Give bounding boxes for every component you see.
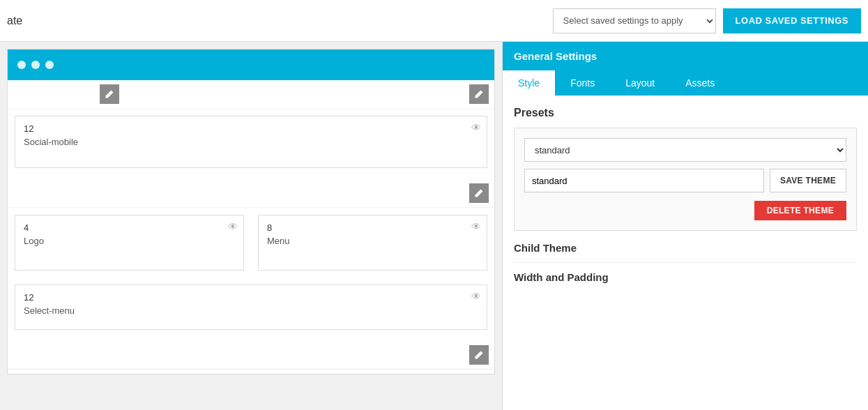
section-edit-row-2 [8,179,494,208]
widget-card-select-menu: 👁 12 Select-menu [15,284,487,330]
eye-icon-select-menu[interactable]: 👁 [471,291,481,302]
edit-icon-btn-left[interactable] [100,84,119,104]
tabs-bar: Style Fonts Layout Assets [503,70,868,96]
edit-icon-btn-right-2[interactable] [469,183,489,203]
section-edit-row-3 [8,341,494,370]
eye-icon-social[interactable]: 👁 [471,122,481,133]
widget-row-3: 👁 12 Select-menu [8,278,494,337]
panel-header: General Settings [503,42,868,70]
top-bar: ate Select saved settings to apply LOAD … [0,0,868,42]
load-settings-button[interactable]: LOAD SAVED SETTINGS [723,8,861,33]
section-edit-row-1 [8,80,494,109]
divider-1 [514,262,857,263]
widget-row-1: 👁 12 Social-mobile [8,109,494,175]
widget-number-social: 12 [24,123,478,134]
presets-title: Presets [514,107,857,119]
widget-section-3 [8,341,494,370]
child-theme-title: Child Theme [514,242,857,254]
page-title: ate [0,15,22,27]
tab-fonts[interactable]: Fonts [555,70,610,96]
tab-style[interactable]: Style [503,70,555,96]
eye-icon-logo[interactable]: 👁 [228,221,238,232]
settings-select[interactable]: Select saved settings to apply [553,8,716,33]
browser-mockup: 👁 12 Social-mobile 👁 4 [7,49,495,374]
widget-section-1: 👁 12 Social-mobile [8,80,494,175]
edit-icon-btn-right-1[interactable] [469,84,489,104]
preset-dropdown[interactable]: standard [524,138,846,162]
delete-theme-area: DELETE THEME [524,201,846,220]
widget-label-select-menu: Select-menu [24,305,478,316]
delete-theme-button[interactable]: DELETE THEME [754,201,846,220]
eye-icon-menu[interactable]: 👁 [471,221,481,232]
main-content: 👁 12 Social-mobile 👁 4 [0,42,868,410]
widget-number-logo: 4 [24,222,235,233]
widget-card-social: 👁 12 Social-mobile [15,116,487,168]
preset-name-input[interactable] [524,169,764,192]
browser-dot-1 [17,61,26,69]
presets-box: standard SAVE THEME DELETE THEME [514,128,857,231]
widget-number-select-menu: 12 [24,292,478,303]
tab-layout[interactable]: Layout [610,70,670,96]
preset-name-row: SAVE THEME [524,169,846,192]
right-panel: General Settings Style Fonts Layout Asse… [502,42,868,410]
widget-number-menu: 8 [267,222,478,233]
widget-label-social: Social-mobile [24,137,478,147]
save-theme-button[interactable]: SAVE THEME [770,169,846,192]
widget-label-menu: Menu [267,236,478,246]
width-padding-title: Width and Padding [514,271,857,283]
left-panel: 👁 12 Social-mobile 👁 4 [0,42,502,410]
widget-section-2: 👁 4 Logo 👁 8 Menu 👁 12 Select-menu [8,179,494,337]
widget-card-menu: 👁 8 Menu [258,215,487,271]
panel-body: Presets standard SAVE THEME DELETE THEME… [503,96,868,294]
browser-toolbar [8,50,494,80]
widget-row-2: 👁 4 Logo 👁 8 Menu [8,208,494,278]
widget-card-logo: 👁 4 Logo [15,215,244,271]
tab-assets[interactable]: Assets [670,70,730,96]
edit-icon-btn-right-3[interactable] [469,345,489,365]
widget-label-logo: Logo [24,236,235,246]
browser-dot-2 [31,61,40,69]
browser-dot-3 [45,61,54,69]
